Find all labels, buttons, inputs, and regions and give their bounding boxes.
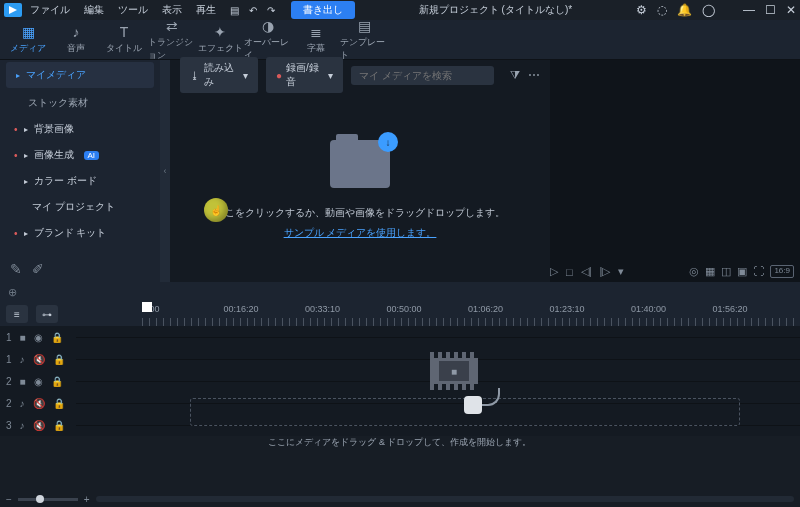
prev-frame-icon[interactable]: ◁|	[581, 265, 592, 278]
media-drop-area[interactable]: ↓ ここをクリックするか、動画や画像をドラッグドロップします。 サンプル メディ…	[170, 140, 550, 240]
menu-items: ファイル 編集 ツール 表示 再生	[30, 3, 216, 17]
record-button[interactable]: ●録画/録音▾	[266, 57, 343, 93]
snapshot-icon[interactable]: ▣	[737, 265, 747, 278]
cloud-icon[interactable]: ◌	[657, 3, 667, 17]
track-row: 2■◉🔒	[0, 370, 800, 392]
lock-icon[interactable]: 🔒	[51, 376, 63, 387]
grid-icon[interactable]: ▦	[705, 265, 715, 278]
video-track-icon: ■	[20, 376, 26, 387]
fullscreen-icon[interactable]: ⛶	[753, 265, 764, 278]
chevron-down-icon[interactable]: ▾	[618, 265, 624, 278]
minimize-icon[interactable]: —	[743, 3, 755, 17]
sidebar-item-brandkit[interactable]: •▸ブランド キット	[0, 220, 160, 246]
hand-icon	[464, 396, 482, 414]
app-logo	[4, 3, 22, 17]
next-frame-icon[interactable]: |▷	[600, 265, 611, 278]
more-icon[interactable]: ⋯	[528, 68, 540, 82]
record-icon: ●	[276, 70, 282, 81]
chevron-down-icon: ▾	[243, 70, 248, 81]
audio-track-icon: ♪	[20, 398, 25, 409]
tab-media[interactable]: ▦メディア	[4, 24, 52, 55]
add-track-icon[interactable]: ⊕	[8, 286, 17, 299]
tab-effect[interactable]: ✦エフェクト	[196, 24, 244, 55]
tab-audio[interactable]: ♪音声	[52, 24, 100, 55]
tab-transition[interactable]: ⇄トランジション	[148, 18, 196, 62]
settings-icon[interactable]: ⚙	[636, 3, 647, 17]
effect-icon: ✦	[214, 24, 226, 40]
menu-file[interactable]: ファイル	[30, 3, 70, 17]
filter-icon[interactable]: ⧩	[510, 68, 520, 82]
save-icon[interactable]: ▤	[230, 5, 239, 16]
sidebar-item-colorboard[interactable]: ▸カラー ボード	[0, 168, 160, 194]
import-button[interactable]: ⭳読み込み▾	[180, 57, 258, 93]
aspect-ratio-badge[interactable]: 16:9	[770, 265, 794, 278]
ai-badge: AI	[84, 151, 100, 160]
transition-icon: ⇄	[166, 18, 178, 34]
mute-icon[interactable]: 🔇	[33, 398, 45, 409]
zoom-out-icon[interactable]: −	[6, 494, 12, 505]
magnet-button[interactable]: ⊶	[36, 305, 58, 323]
export-button[interactable]: 書き出し	[291, 1, 355, 19]
timeline-view-button[interactable]: ≡	[6, 305, 28, 323]
timeline-scrollbar[interactable]	[96, 496, 794, 502]
sidebar-item-background[interactable]: •▸背景画像	[0, 116, 160, 142]
folder-icon: ↓	[330, 140, 390, 188]
video-track-icon: ■	[20, 332, 26, 343]
eye-icon[interactable]: ◉	[34, 376, 43, 387]
preview-panel: ▷ □ ◁| |▷ ▾ ◎ ▦ ◫ ▣ ⛶ 16:9	[550, 60, 800, 282]
title-icon: T	[120, 24, 129, 40]
maximize-icon[interactable]: ☐	[765, 3, 776, 17]
brush-icon[interactable]: ✐	[32, 261, 44, 277]
playhead[interactable]	[142, 302, 152, 312]
lock-icon[interactable]: 🔒	[53, 420, 65, 431]
lock-icon[interactable]: 🔒	[53, 354, 65, 365]
stop-icon[interactable]: □	[566, 266, 573, 278]
chevron-down-icon: ▾	[328, 70, 333, 81]
preview-controls: ▷ □ ◁| |▷ ▾ ◎ ▦ ◫ ▣ ⛶ 16:9	[550, 265, 800, 278]
collapse-sidebar-button[interactable]: ‹	[160, 60, 170, 282]
sidebar-item-mymedia[interactable]: ▸マイメディア	[6, 62, 154, 88]
close-icon[interactable]: ✕	[786, 3, 796, 17]
eraser-icon[interactable]: ✎	[10, 261, 22, 277]
track-row: 1■◉🔒	[0, 326, 800, 348]
tab-title[interactable]: Tタイトル	[100, 24, 148, 55]
eye-icon[interactable]: ◉	[34, 332, 43, 343]
menu-play[interactable]: 再生	[196, 3, 216, 17]
compare-icon[interactable]: ◫	[721, 265, 731, 278]
sidebar-item-imagegen[interactable]: •▸画像生成AI	[0, 142, 160, 168]
timeline-ruler[interactable]: 0:00 00:16:20 00:33:10 00:50:00 01:06:20…	[142, 302, 794, 326]
undo-icon[interactable]: ↶	[249, 5, 257, 16]
media-icon: ▦	[22, 24, 35, 40]
tab-template[interactable]: ▤テンプレート	[340, 18, 388, 62]
mute-icon[interactable]: 🔇	[33, 420, 45, 431]
lock-icon[interactable]: 🔒	[51, 332, 63, 343]
sample-media-link[interactable]: サンプル メディアを使用します。	[170, 226, 550, 240]
zoom-slider[interactable]	[18, 498, 78, 501]
redo-icon[interactable]: ↷	[267, 5, 275, 16]
search-input[interactable]	[351, 66, 494, 85]
menu-edit[interactable]: 編集	[84, 3, 104, 17]
overlay-icon: ◑	[262, 18, 274, 34]
subtitle-icon: ≣	[310, 24, 322, 40]
track-row: 1♪🔇🔒	[0, 348, 800, 370]
mute-icon[interactable]: 🔇	[33, 354, 45, 365]
lock-icon[interactable]: 🔒	[53, 398, 65, 409]
track-body[interactable]	[76, 337, 800, 338]
volume-icon[interactable]: ◎	[689, 265, 699, 278]
sidebar-item-stock[interactable]: ストック素材	[0, 90, 160, 116]
cursor-highlight	[204, 198, 228, 222]
menu-view[interactable]: 表示	[162, 3, 182, 17]
media-sidebar: ▸マイメディア ストック素材 •▸背景画像 •▸画像生成AI ▸カラー ボード …	[0, 60, 160, 282]
menu-tool[interactable]: ツール	[118, 3, 148, 17]
account-icon[interactable]: ◯	[702, 3, 715, 17]
sidebar-item-myproject[interactable]: マイ プロジェクト	[0, 194, 160, 220]
play-icon[interactable]: ▷	[550, 265, 558, 278]
project-title: 新規プロジェクト (タイトルなし)*	[355, 3, 636, 17]
zoom-in-icon[interactable]: +	[84, 494, 90, 505]
tab-overlay[interactable]: ◑オーバーレイ	[244, 18, 292, 62]
tab-subtitle[interactable]: ≣字幕	[292, 24, 340, 55]
film-icon: ■	[430, 352, 478, 390]
template-icon: ▤	[358, 18, 371, 34]
audio-icon: ♪	[73, 24, 80, 40]
bell-icon[interactable]: 🔔	[677, 3, 692, 17]
